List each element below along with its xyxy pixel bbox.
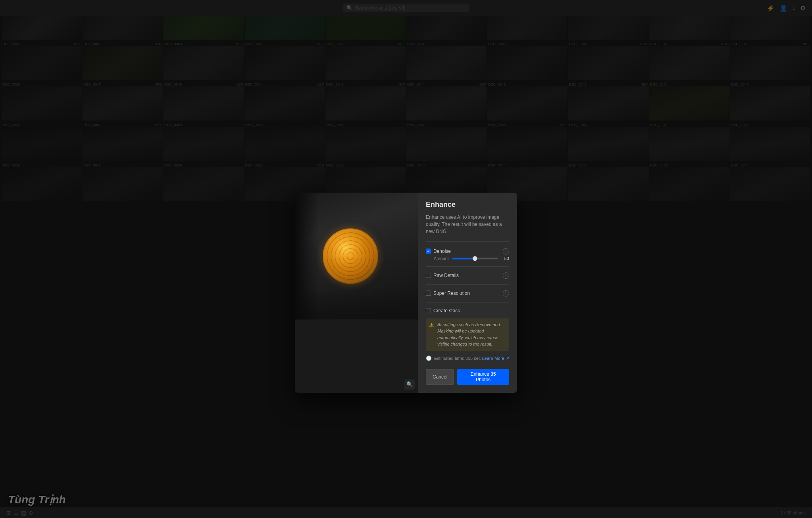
cancel-button[interactable]: Cancel xyxy=(426,369,454,385)
slider-thumb[interactable] xyxy=(473,256,477,261)
divider-3 xyxy=(426,284,509,285)
bottom-info-row: 🕐 Estimated time: 315 sec Learn More ↗ xyxy=(426,356,509,361)
enhance-dialog: 🔍 Enhance Enhance uses AI to improve ima… xyxy=(295,193,517,393)
create-stack-label: Create stack xyxy=(433,308,460,313)
super-resolution-left: Super Resolution xyxy=(426,291,470,296)
denoise-header: Denoise i xyxy=(426,248,509,254)
preview-image xyxy=(295,193,418,319)
create-stack-checkbox[interactable] xyxy=(426,308,431,313)
create-stack-option: Create stack xyxy=(426,308,509,313)
warning-icon: ⚠ xyxy=(429,322,434,328)
raw-details-left: Raw Details xyxy=(426,273,459,278)
reflector xyxy=(323,228,378,284)
divider-4 xyxy=(426,302,509,302)
dialog-settings-panel: Enhance Enhance uses AI to improve image… xyxy=(418,193,517,393)
denoise-option: Denoise i Amount 50 xyxy=(426,248,509,261)
preview-left-shadow xyxy=(295,193,319,319)
amount-value: 50 xyxy=(501,256,509,261)
warning-row: ⚠ AI settings such as Remove and Masking… xyxy=(426,318,509,351)
dialog-description: Enhance uses AI to improve image quality… xyxy=(426,214,509,235)
amount-row: Amount 50 xyxy=(426,256,509,261)
warning-text: AI settings such as Remove and Masking w… xyxy=(437,321,506,348)
slider-fill xyxy=(452,258,475,259)
amount-slider-container[interactable] xyxy=(452,258,498,259)
create-stack-header: Create stack xyxy=(426,308,509,313)
zoom-button[interactable]: 🔍 xyxy=(404,379,415,390)
raw-details-option: Raw Details i xyxy=(426,272,509,279)
raw-details-checkbox[interactable] xyxy=(426,273,431,278)
super-resolution-label: Super Resolution xyxy=(433,291,470,296)
super-resolution-header: Super Resolution i xyxy=(426,290,509,296)
learn-more-link[interactable]: Learn More ↗ xyxy=(482,356,509,361)
dialog-preview-panel: 🔍 xyxy=(295,193,418,393)
denoise-label: Denoise xyxy=(433,248,451,254)
denoise-info-icon[interactable]: i xyxy=(503,248,509,254)
raw-details-header: Raw Details i xyxy=(426,272,509,279)
time-row: 🕐 Estimated time: 315 sec xyxy=(426,356,481,361)
denoise-left: Denoise xyxy=(426,248,451,254)
super-resolution-option: Super Resolution i xyxy=(426,290,509,296)
divider-1 xyxy=(426,241,509,242)
dialog-footer: Cancel Enhance 35 Photos xyxy=(426,366,509,385)
raw-details-label: Raw Details xyxy=(433,273,459,278)
clock-icon: 🕐 xyxy=(426,356,432,361)
external-link-icon: ↗ xyxy=(506,356,509,360)
options-section: Denoise i Amount 50 xyxy=(426,248,509,313)
zoom-icon: 🔍 xyxy=(406,381,413,387)
divider-2 xyxy=(426,266,509,267)
estimated-time: Estimated time: 315 sec xyxy=(434,356,481,361)
super-resolution-info-icon[interactable]: i xyxy=(503,290,509,296)
reflector-pattern xyxy=(323,228,378,284)
super-resolution-checkbox[interactable] xyxy=(426,291,431,296)
slider-track xyxy=(452,258,498,259)
create-stack-left: Create stack xyxy=(426,308,460,313)
enhance-button[interactable]: Enhance 35 Photos xyxy=(457,369,509,385)
amount-label: Amount xyxy=(434,256,449,261)
raw-details-info-icon[interactable]: i xyxy=(503,272,509,279)
denoise-checkbox[interactable] xyxy=(426,248,431,254)
dialog-title: Enhance xyxy=(426,201,509,209)
